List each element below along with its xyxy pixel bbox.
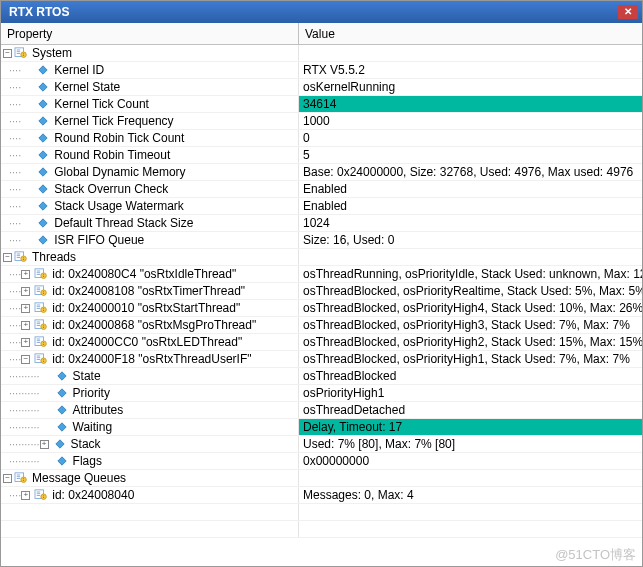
expand-icon[interactable]: +: [40, 440, 49, 449]
property-label: Stack Usage Watermark: [54, 199, 184, 213]
svg-rect-27: [37, 272, 40, 273]
collapse-icon[interactable]: −: [3, 474, 12, 483]
svg-point-23: [23, 257, 24, 258]
tree-property-row[interactable]: ··········Flags0x00000000: [1, 453, 642, 470]
column-header-row: Property Value: [1, 23, 642, 45]
property-icon: [36, 200, 50, 212]
property-value: RTX V5.5.2: [299, 62, 642, 78]
tree-connector: ····: [9, 353, 21, 365]
expand-icon[interactable]: +: [21, 304, 30, 313]
property-value: [299, 521, 642, 537]
column-header-value[interactable]: Value: [299, 23, 642, 44]
property-label: id: 0x24000CC0 "osRtxLEDThread": [52, 335, 242, 349]
property-value: Messages: 0, Max: 4: [299, 487, 642, 503]
property-label: Kernel ID: [54, 63, 104, 77]
svg-point-77: [21, 477, 26, 482]
property-label: Default Thread Stack Size: [54, 216, 193, 230]
group-icon: [34, 353, 48, 365]
svg-rect-62: [37, 357, 40, 358]
svg-point-36: [41, 290, 46, 295]
svg-rect-26: [37, 271, 40, 272]
svg-marker-68: [57, 389, 65, 397]
property-icon: [36, 183, 50, 195]
svg-rect-83: [37, 495, 40, 496]
tree-property-row[interactable]: ····Kernel StateosKernelRunning: [1, 79, 642, 96]
svg-marker-16: [39, 219, 47, 227]
svg-marker-69: [57, 406, 65, 414]
property-label: Global Dynamic Memory: [54, 165, 185, 179]
collapse-icon[interactable]: −: [3, 49, 12, 58]
svg-marker-14: [39, 185, 47, 193]
tree-group-row[interactable]: ····+id: 0x24008040Messages: 0, Max: 4: [1, 487, 642, 504]
property-icon: [55, 421, 69, 433]
svg-rect-28: [37, 274, 40, 275]
tree-property-row[interactable]: ····Kernel IDRTX V5.5.2: [1, 62, 642, 79]
group-icon: [14, 251, 28, 263]
tree-property-row[interactable]: ····Default Thread Stack Size1024: [1, 215, 642, 232]
tree-connector: ····: [9, 132, 21, 144]
tree-property-row[interactable]: ····Global Dynamic MemoryBase: 0x2400000…: [1, 164, 642, 181]
svg-rect-47: [37, 322, 40, 323]
property-value: 34614: [299, 96, 642, 112]
tree-property-row[interactable]: ··········WaitingDelay, Timeout: 17: [1, 419, 642, 436]
group-icon: [14, 47, 28, 59]
svg-point-6: [23, 55, 24, 56]
expand-icon[interactable]: +: [21, 338, 30, 347]
tree-property-row[interactable]: ····Round Robin Tick Count0: [1, 130, 642, 147]
tree-group-row[interactable]: −Message Queues: [1, 470, 642, 487]
property-label: id: 0x24000010 "osRtxStartThread": [52, 301, 240, 315]
svg-rect-33: [37, 288, 40, 289]
svg-marker-72: [57, 457, 65, 465]
tree-property-row[interactable]: ··········PriorityosPriorityHigh1: [1, 385, 642, 402]
tree-property-row[interactable]: ····Kernel Tick Frequency1000: [1, 113, 642, 130]
svg-point-79: [23, 480, 24, 481]
property-icon: [36, 115, 50, 127]
close-icon[interactable]: ✕: [618, 5, 638, 19]
tree-group-row[interactable]: ····+id: 0x24000868 "osRtxMsgProThread"o…: [1, 317, 642, 334]
tree-group-row[interactable]: −System: [1, 45, 642, 62]
tree-group-row[interactable]: ····+id: 0x240080C4 "osRtxIdleThread"osT…: [1, 266, 642, 283]
group-icon: [34, 336, 48, 348]
expand-icon[interactable]: +: [21, 491, 30, 500]
tree-property-row[interactable]: ··········AttributesosThreadDetached: [1, 402, 642, 419]
tree-group-row[interactable]: ····−id: 0x24000F18 "osRtxThreadUserIF"o…: [1, 351, 642, 368]
tree-group-row[interactable]: ····+id: 0x24000CC0 "osRtxLEDThread"osTh…: [1, 334, 642, 351]
property-label: Stack: [71, 437, 101, 451]
svg-point-84: [41, 494, 46, 499]
tree-property-row[interactable]: ····Stack Usage WatermarkEnabled: [1, 198, 642, 215]
tree-property-row[interactable]: ····ISR FIFO QueueSize: 16, Used: 0: [1, 232, 642, 249]
svg-rect-1: [17, 50, 20, 51]
collapse-icon[interactable]: −: [21, 355, 30, 364]
svg-marker-17: [39, 236, 47, 244]
tree-property-row[interactable]: ····Stack Overrun CheckEnabled: [1, 181, 642, 198]
svg-marker-71: [55, 440, 63, 448]
svg-marker-70: [57, 423, 65, 431]
property-icon: [55, 455, 69, 467]
collapse-icon[interactable]: −: [3, 253, 12, 262]
tree-property-row[interactable]: ····Round Robin Timeout5: [1, 147, 642, 164]
tree-connector: ··········: [9, 370, 40, 382]
column-header-property[interactable]: Property: [1, 23, 299, 44]
property-icon: [36, 81, 50, 93]
svg-marker-13: [39, 168, 47, 176]
svg-point-52: [43, 327, 44, 328]
svg-point-38: [43, 293, 44, 294]
expand-icon[interactable]: +: [21, 287, 30, 296]
expand-icon[interactable]: +: [21, 321, 30, 330]
tree-property-row[interactable]: ··········+StackUsed: 7% [80], Max: 7% […: [1, 436, 642, 453]
expand-icon[interactable]: +: [21, 270, 30, 279]
property-value: osThreadDetached: [299, 402, 642, 418]
svg-point-66: [43, 361, 44, 362]
tree-property-row[interactable]: ··········StateosThreadBlocked: [1, 368, 642, 385]
tree-group-row[interactable]: ····+id: 0x24000010 "osRtxStartThread"os…: [1, 300, 642, 317]
property-icon: [36, 149, 50, 161]
svg-marker-10: [39, 117, 47, 125]
property-value: osKernelRunning: [299, 79, 642, 95]
tree-connector: ····: [9, 268, 21, 280]
property-icon: [36, 64, 50, 76]
tree-group-row[interactable]: ····+id: 0x24008108 "osRtxTimerThread"os…: [1, 283, 642, 300]
tree-property-row[interactable]: ····Kernel Tick Count34614: [1, 96, 642, 113]
tree-connector: ····: [9, 285, 21, 297]
tree-group-row[interactable]: −Threads: [1, 249, 642, 266]
svg-rect-82: [37, 493, 40, 494]
